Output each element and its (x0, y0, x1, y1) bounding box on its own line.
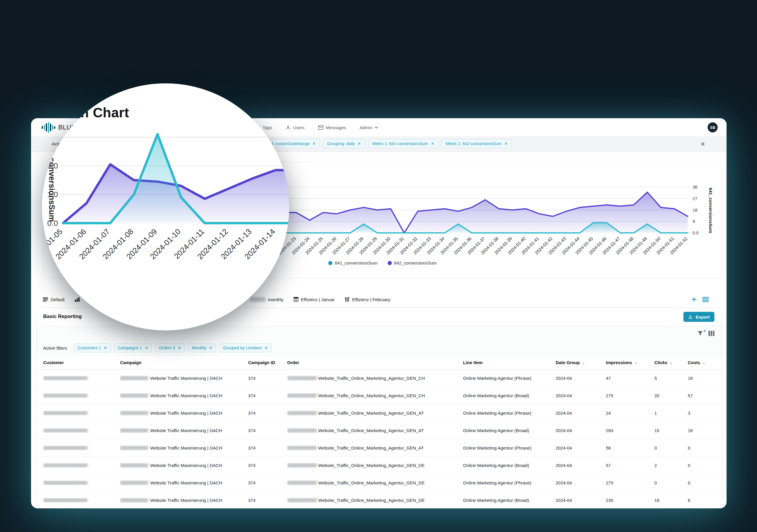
campaign-name: Website Traffic Maximierung | DACH (150, 498, 222, 503)
redacted-order-prefix (287, 446, 317, 450)
column-label: Customer (43, 360, 64, 365)
cell-clicks: 2 (654, 463, 688, 468)
filter-chip[interactable]: Metric 1: 641-conversionsSum✕ (369, 139, 438, 148)
filter-chip[interactable]: Monthly✕ (188, 343, 216, 352)
cell-costs: 6 (688, 498, 722, 503)
cell-clicks: 20 (654, 393, 688, 398)
tab-actions (691, 292, 709, 307)
cell-costs: 57 (688, 393, 722, 398)
filter-chip-label: Grouping: daily (327, 141, 355, 146)
cell-customer (43, 481, 120, 485)
table-row[interactable]: Website Traffic Maximierung | DACH374Web… (36, 422, 722, 439)
filter-chip[interactable]: Grouped by LineItem✕ (219, 343, 271, 352)
redacted-order-prefix (287, 481, 317, 485)
column-header-clicks[interactable]: Clicks⌄ (654, 360, 688, 365)
tab-effizienz-february[interactable]: Effizienz | February (345, 297, 390, 302)
order-name: Website_Traffic_Online_Marketing_Agentur… (318, 480, 425, 485)
nav-item-users[interactable]: Users (286, 125, 305, 130)
remove-chip-icon[interactable]: ✕ (104, 346, 107, 350)
cell-customer (43, 376, 120, 380)
sort-chevron-icon[interactable]: ⌄ (582, 360, 585, 365)
add-tab-icon[interactable] (691, 296, 697, 302)
filter-chip[interactable]: Orders 3✕ (155, 343, 185, 352)
order-name: Website_Traffic_Online_Marketing_Agentur… (318, 393, 425, 398)
column-header-campaign: Campaign (120, 360, 248, 365)
campaign-name: Website Traffic Maximierung | DACH (150, 463, 222, 468)
column-header-line-item: Line Item (463, 360, 556, 365)
redacted-order-prefix (287, 463, 317, 468)
legend-item[interactable]: 642_conversionsSum (388, 260, 437, 265)
filter-chip[interactable]: Campaigns 1✕ (114, 343, 152, 352)
filter-chip-label: Metric 1: 641-conversionsSum (372, 141, 428, 146)
tab-monthly[interactable]: monthly (250, 297, 284, 302)
table-row[interactable]: Website Traffic Maximierung | DACH374Web… (36, 474, 722, 491)
sort-chevron-icon[interactable]: ⌄ (634, 360, 637, 365)
column-header-date-group[interactable]: Date Group⌄ (556, 360, 606, 365)
cell-clicks: 1 (654, 410, 688, 416)
table-row[interactable]: Website Traffic Maximierung | DACH374Web… (36, 491, 722, 508)
cell-campaign: Website Traffic Maximierung | DACH (120, 445, 248, 451)
columns-icon[interactable] (709, 331, 714, 336)
table-row[interactable]: Website Traffic Maximierung | DACH374Web… (36, 439, 722, 457)
cell-order: Website_Traffic_Online_Marketing_Agentur… (287, 498, 463, 503)
nav-label: Messages (326, 125, 346, 130)
tab-menu-icon[interactable] (702, 297, 709, 302)
filter-funnel-icon[interactable]: 5 (697, 330, 703, 336)
remove-chip-icon[interactable]: ✕ (264, 346, 268, 350)
filter-chip[interactable]: Grouping: daily✕ (323, 139, 365, 148)
remove-chip-icon[interactable]: ✕ (357, 142, 361, 146)
tab-chart[interactable] (75, 297, 79, 302)
y-tick-label: 36 (692, 185, 698, 190)
remove-chip-icon[interactable]: ✕ (431, 142, 435, 146)
sort-chevron-icon[interactable]: ⌄ (702, 360, 706, 365)
legend-item[interactable]: 641_conversionsSum (328, 260, 377, 265)
tab-default[interactable]: Default (43, 297, 65, 302)
filter-chip[interactable]: Metric 2: 642-conversionsSum✕ (442, 139, 512, 148)
clear-filters-icon[interactable]: ✕ (701, 141, 705, 147)
order-name: Website_Traffic_Online_Marketing_Agentur… (318, 445, 424, 451)
redacted-order-prefix (287, 428, 317, 433)
column-header-order: Order (287, 360, 463, 365)
remove-chip-icon[interactable]: ✕ (504, 142, 508, 146)
table-row[interactable]: Website Traffic Maximierung | DACH374Web… (36, 457, 722, 474)
cell-campaign: Website Traffic Maximierung | DACH (120, 393, 248, 398)
tab-label: Effizienz | Januar (301, 297, 335, 302)
order-name: Website_Traffic_Online_Marketing_Agentur… (318, 463, 425, 468)
avatar[interactable]: SB (708, 122, 718, 133)
nav-item-messages[interactable]: Messages (318, 125, 346, 130)
cell-customer (43, 463, 120, 468)
cell-date-group: 2024-04 (556, 480, 606, 485)
legend-dot (388, 261, 392, 265)
cell-date-group: 2024-04 (556, 376, 606, 381)
table-row[interactable]: Website Traffic Maximierung | DACH374Web… (36, 387, 722, 404)
cell-clicks: 0 (654, 445, 688, 451)
sort-chevron-icon[interactable]: ⌄ (670, 360, 673, 365)
table-row[interactable]: Website Traffic Maximierung | DACH374Web… (36, 369, 722, 387)
table-row[interactable]: Website Traffic Maximierung | DACH374Web… (36, 404, 722, 422)
redacted-campaign-prefix (120, 376, 148, 380)
cell-campaign: Website Traffic Maximierung | DACH (120, 376, 248, 381)
tab-label: Default (50, 297, 65, 302)
nav-item-admin[interactable]: Admin (360, 125, 378, 130)
remove-chip-icon[interactable]: ✕ (178, 346, 181, 350)
column-label: Costs (688, 360, 700, 365)
column-header-impressions[interactable]: Impressions⌄ (606, 360, 654, 365)
cell-campaign-id: 374 (248, 480, 287, 485)
export-button[interactable]: Export (683, 312, 714, 322)
column-header-costs[interactable]: Costs⌄ (688, 360, 722, 365)
bar-chart-icon (75, 297, 79, 302)
magnified-chart-title: n Chart (80, 104, 129, 121)
tab-effizienz-januar[interactable]: Effizienz | Januar (294, 297, 335, 302)
cell-order: Website_Traffic_Online_Marketing_Agentur… (287, 480, 463, 485)
legend-label: 642_conversionsSum (394, 260, 437, 265)
basic-reporting-card: Basic Reporting Export 5 Active filters … (36, 308, 722, 508)
remove-chip-icon[interactable]: ✕ (145, 346, 148, 350)
remove-chip-icon[interactable]: ✕ (312, 142, 316, 146)
filter-chip[interactable]: Customers 1✕ (74, 343, 111, 352)
cell-order: Website_Traffic_Online_Marketing_Agentur… (287, 428, 463, 433)
redacted-customer-name (43, 393, 87, 398)
remove-chip-icon[interactable]: ✕ (209, 346, 212, 350)
order-name: Website_Traffic_Online_Marketing_Agentur… (318, 376, 425, 381)
user-icon (286, 125, 291, 130)
cell-line-item: Online Marketing Agentur (Broad) (463, 463, 556, 468)
